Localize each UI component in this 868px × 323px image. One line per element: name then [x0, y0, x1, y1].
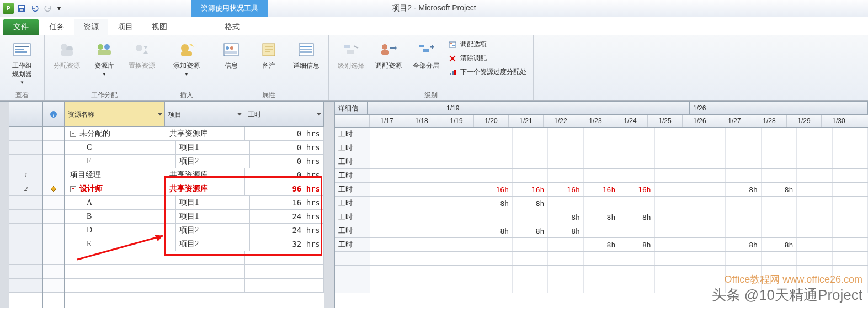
timephased-cell[interactable] — [655, 210, 690, 224]
timephased-cell[interactable] — [655, 197, 690, 210]
timephased-cell[interactable] — [548, 141, 583, 155]
timephased-cell[interactable] — [690, 141, 726, 155]
indicator-cell[interactable] — [43, 182, 64, 196]
timephased-cell[interactable] — [690, 266, 726, 279]
grid-row[interactable]: C 项目1 0 hrs — [65, 141, 324, 155]
timephased-cell[interactable] — [797, 238, 832, 251]
timephased-cell[interactable] — [655, 238, 690, 251]
timephased-cell[interactable] — [619, 279, 654, 293]
undo-icon[interactable] — [29, 2, 41, 14]
timephased-cell[interactable] — [833, 128, 868, 141]
timephased-cell[interactable]: 8h — [619, 238, 654, 251]
tab-resource[interactable]: 资源 — [74, 19, 108, 35]
grid-row[interactable]: –设计师 共享资源库 96 hrs — [65, 182, 324, 196]
day-header[interactable]: 1/19 — [439, 115, 474, 127]
day-header[interactable]: 1/26 — [683, 115, 717, 127]
indicator-cell[interactable] — [43, 224, 64, 237]
timephased-cell[interactable] — [619, 155, 654, 168]
column-header-work[interactable]: 工时 — [244, 102, 324, 126]
timephased-cell[interactable] — [406, 128, 441, 141]
timephased-cell[interactable] — [619, 224, 654, 237]
timephased-cell[interactable] — [548, 252, 583, 265]
add-resources-button[interactable]: 添加资源 ▼ — [169, 38, 204, 81]
timephased-cell[interactable] — [690, 210, 726, 224]
timephased-cell[interactable] — [797, 155, 832, 168]
timephased-cell[interactable] — [584, 197, 619, 210]
timephased-cell[interactable] — [833, 252, 868, 265]
timephased-cell[interactable]: 8h — [477, 197, 513, 210]
indicator-cell[interactable] — [43, 127, 64, 141]
qat-customize-icon[interactable]: ▾ — [55, 2, 63, 14]
timephased-cell[interactable] — [833, 169, 868, 182]
indicator-cell[interactable] — [43, 141, 64, 155]
timephased-cell[interactable] — [797, 183, 832, 196]
timephased-cell[interactable] — [833, 197, 868, 210]
timephased-cell[interactable] — [797, 128, 832, 141]
tab-view[interactable]: 视图 — [142, 19, 177, 35]
timephased-cell[interactable] — [584, 266, 619, 279]
timephased-cell[interactable] — [548, 197, 583, 210]
timephased-cell[interactable] — [441, 141, 477, 155]
grid-row[interactable]: D 项目2 24 hrs — [65, 224, 324, 237]
grid-row[interactable]: B 项目1 24 hrs — [65, 210, 324, 224]
timephased-cell[interactable] — [441, 155, 477, 168]
timephased-cell[interactable] — [406, 238, 441, 251]
timephased-cell[interactable] — [548, 266, 583, 279]
day-header[interactable]: 1/21 — [509, 115, 544, 127]
timephased-cell[interactable] — [477, 169, 513, 182]
timephased-cell[interactable] — [370, 210, 406, 224]
timephased-cell[interactable] — [797, 210, 832, 224]
timephased-cell[interactable] — [619, 169, 654, 182]
row-number[interactable] — [9, 127, 42, 141]
timephased-cell[interactable] — [406, 210, 441, 224]
timephased-cell[interactable] — [477, 210, 513, 224]
row-number[interactable] — [9, 265, 42, 279]
splitter[interactable] — [324, 102, 335, 308]
indicator-cell[interactable] — [43, 155, 64, 168]
tab-task[interactable]: 任务 — [40, 19, 74, 35]
timephased-cell[interactable] — [584, 224, 619, 237]
row-number[interactable] — [9, 279, 42, 293]
timephased-cell[interactable] — [726, 224, 761, 237]
collapse-icon[interactable]: – — [70, 131, 76, 137]
timephased-cell[interactable] — [406, 183, 441, 196]
indicator-header[interactable]: i — [43, 102, 64, 127]
timephased-cell[interactable] — [762, 155, 797, 168]
timephased-cell[interactable] — [833, 141, 868, 155]
row-number[interactable] — [9, 155, 42, 168]
row-number[interactable] — [9, 196, 42, 210]
timephased-cell[interactable] — [441, 169, 477, 182]
timephased-cell[interactable] — [441, 252, 477, 265]
clear-leveling-button[interactable]: 清除调配 — [446, 52, 529, 64]
timephased-cell[interactable] — [548, 155, 583, 168]
level-all-button[interactable]: 全部分层 — [408, 38, 444, 72]
day-header[interactable]: 1/24 — [613, 115, 648, 127]
timephased-cell[interactable] — [833, 210, 868, 224]
timephased-cell[interactable] — [726, 197, 761, 210]
timephased-cell[interactable]: 8h — [726, 238, 761, 251]
timephased-cell[interactable] — [690, 183, 726, 196]
timephased-cell[interactable] — [370, 183, 406, 196]
grid-row[interactable]: 项目经理 共享资源库 0 hrs — [65, 168, 324, 182]
timephased-cell[interactable] — [762, 252, 797, 265]
timephased-cell[interactable] — [441, 266, 477, 279]
timephased-cell[interactable] — [406, 252, 441, 265]
timephased-cell[interactable] — [370, 238, 406, 251]
timephased-cell[interactable] — [477, 155, 513, 168]
day-header[interactable]: 1/27 — [717, 115, 752, 127]
tab-project[interactable]: 项目 — [108, 19, 142, 35]
details-button[interactable]: 详细信息 — [289, 38, 324, 72]
level-selection-button[interactable]: 级别选择 — [333, 38, 369, 72]
timephased-cell[interactable] — [513, 238, 548, 251]
timephased-cell[interactable] — [762, 197, 797, 210]
day-header[interactable]: 1/18 — [404, 115, 439, 127]
timephased-cell[interactable] — [833, 224, 868, 237]
assign-resources-button[interactable]: 分配资源 — [49, 38, 84, 72]
week-header[interactable]: 1/19 — [443, 102, 690, 114]
view-bar[interactable]: 况 — [0, 102, 9, 308]
grid-row[interactable]: A 项目1 16 hrs — [65, 196, 324, 210]
timephased-cell[interactable] — [833, 183, 868, 196]
indicator-cell[interactable] — [43, 251, 64, 265]
timephased-cell[interactable]: 8h — [762, 238, 797, 251]
timephased-cell[interactable] — [370, 155, 406, 168]
